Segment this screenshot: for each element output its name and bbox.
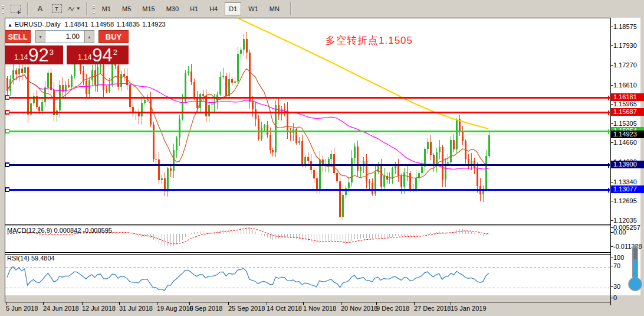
timeframe-button-d1[interactable]: D1 bbox=[225, 2, 241, 15]
buy-price-big: 94 bbox=[92, 48, 112, 63]
arrows-icon: ↗↙ bbox=[67, 5, 74, 12]
date-label: 14 Oct 2018 bbox=[267, 305, 302, 312]
macd-indicator-label: MACD(12,26,9) 0.000842 -0.000595 bbox=[7, 227, 112, 234]
text-annotation-button[interactable]: A bbox=[33, 2, 47, 16]
symbol-header: ▲EURUSD-,Daily 1.148411.149581.148351.14… bbox=[8, 21, 168, 28]
level-price-badge: 1.13077 bbox=[611, 185, 644, 193]
toolbar-grip[interactable] bbox=[93, 3, 95, 15]
timeframe-button-m5[interactable]: M5 bbox=[118, 2, 135, 15]
date-label: 15 Jan 2019 bbox=[451, 305, 487, 312]
date-label: 25 Sep 2018 bbox=[228, 305, 265, 312]
toolbar-separator bbox=[290, 2, 291, 15]
buy-price-button[interactable]: 1.14 94 2 bbox=[67, 45, 129, 64]
volume-decrease-button[interactable]: ▼ bbox=[35, 30, 45, 43]
ohlc-high: 1.14958 bbox=[90, 21, 114, 28]
arrows-dropdown-button[interactable]: ↗↙ ▼ bbox=[66, 2, 81, 16]
fibonacci-icon: F bbox=[11, 5, 21, 13]
price-tick: 1.17930 bbox=[613, 42, 637, 50]
sell-price-prefix: 1.14 bbox=[14, 53, 28, 61]
price-tick: 1.15965 bbox=[613, 100, 637, 108]
timeframe-button-mn[interactable]: MN bbox=[265, 2, 284, 15]
date-label: 19 Aug 2018 bbox=[157, 305, 193, 312]
date-label: 31 Jul 2018 bbox=[119, 305, 153, 312]
date-label: 27 Dec 2018 bbox=[414, 305, 451, 312]
ohlc-low: 1.14835 bbox=[116, 21, 140, 28]
level-price-badge: 1.13900 bbox=[611, 161, 644, 168]
rsi-tick: 0 bbox=[613, 294, 617, 302]
timeframe-button-h4[interactable]: H4 bbox=[205, 2, 222, 15]
collapse-triangle-icon: ▲ bbox=[8, 22, 12, 28]
window-edge bbox=[0, 312, 644, 316]
fibonacci-retracement-button[interactable]: F bbox=[8, 2, 22, 16]
timeframe-button-w1[interactable]: W1 bbox=[244, 2, 262, 15]
timeframe-group: M1M5M15M30H1H4D1W1MN bbox=[98, 2, 287, 15]
timeframe-button-m30[interactable]: M30 bbox=[162, 2, 183, 15]
rsi-tick: 70 bbox=[613, 262, 620, 270]
chart-window: ▲EURUSD-,Daily 1.148411.149581.148351.14… bbox=[0, 17, 644, 316]
chevron-down-icon: ▼ bbox=[76, 6, 81, 11]
label-icon: T bbox=[52, 4, 62, 13]
date-label: 9 Dec 2018 bbox=[376, 305, 409, 312]
toolbar-separator bbox=[86, 2, 87, 15]
date-label: 1 Nov 2018 bbox=[303, 305, 336, 312]
macd-tick: 0.00 bbox=[613, 229, 626, 236]
label-button[interactable]: T bbox=[50, 2, 64, 16]
price-tick: 1.16610 bbox=[613, 82, 637, 89]
level-price-badge: 1.16181 bbox=[611, 93, 644, 101]
buy-button[interactable]: BUY bbox=[98, 30, 129, 43]
volume-increase-button[interactable]: ▲ bbox=[84, 30, 94, 43]
date-label: 5 Jun 2018 bbox=[6, 305, 38, 312]
date-label: 20 Nov 2018 bbox=[341, 305, 377, 312]
toolbar-separator bbox=[27, 2, 28, 15]
ohlc-close: 1.14923 bbox=[142, 21, 166, 28]
level-price-badge: 1.15687 bbox=[611, 108, 644, 116]
sell-price-big: 92 bbox=[28, 48, 48, 63]
sell-button[interactable]: SELL bbox=[5, 30, 31, 43]
price-tick: 1.17270 bbox=[613, 61, 637, 69]
timeframe-button-h1[interactable]: H1 bbox=[186, 2, 202, 15]
price-tick: 1.18575 bbox=[613, 23, 637, 31]
sell-price-button[interactable]: 1.14 92 3 bbox=[5, 45, 63, 64]
rsi-indicator-label: RSI(14) 59.4804 bbox=[7, 255, 55, 262]
timeframe-button-m15[interactable]: M15 bbox=[138, 2, 159, 15]
text-icon: A bbox=[37, 4, 42, 13]
price-tick: 1.12695 bbox=[613, 197, 637, 205]
toolbar: F A T ↗↙ ▼ M1M5M15M30H1H4D1W1MN bbox=[0, 0, 644, 18]
chart-annotation-text: 多空转折点1.1505 bbox=[326, 34, 413, 47]
date-label: 24 Jun 2018 bbox=[43, 305, 79, 312]
timeframe-button-m1[interactable]: M1 bbox=[98, 2, 115, 15]
buy-price-sup: 2 bbox=[113, 48, 117, 57]
ohlc-open: 1.14841 bbox=[65, 21, 88, 28]
toolbar-grip[interactable] bbox=[2, 3, 4, 15]
date-label: 6 Sep 2018 bbox=[189, 305, 222, 312]
date-label: 12 Jul 2018 bbox=[82, 305, 116, 312]
rsi-tick: 30 bbox=[613, 283, 620, 291]
buy-price-prefix: 1.14 bbox=[78, 53, 91, 61]
bid-price-badge: 1.14923 bbox=[611, 131, 644, 138]
volume-input[interactable]: 1.00 bbox=[45, 30, 85, 43]
sell-price-sup: 3 bbox=[50, 48, 54, 57]
symbol-name: EURUSD-,Daily bbox=[15, 21, 61, 28]
rsi-tick: 100 bbox=[613, 254, 624, 262]
thermometer-icon bbox=[627, 244, 643, 294]
mt4-window: F A T ↗↙ ▼ M1M5M15M30H1H4D1W1MN ▲EURUSD-… bbox=[0, 0, 644, 316]
price-tick: 1.14660 bbox=[613, 139, 637, 146]
